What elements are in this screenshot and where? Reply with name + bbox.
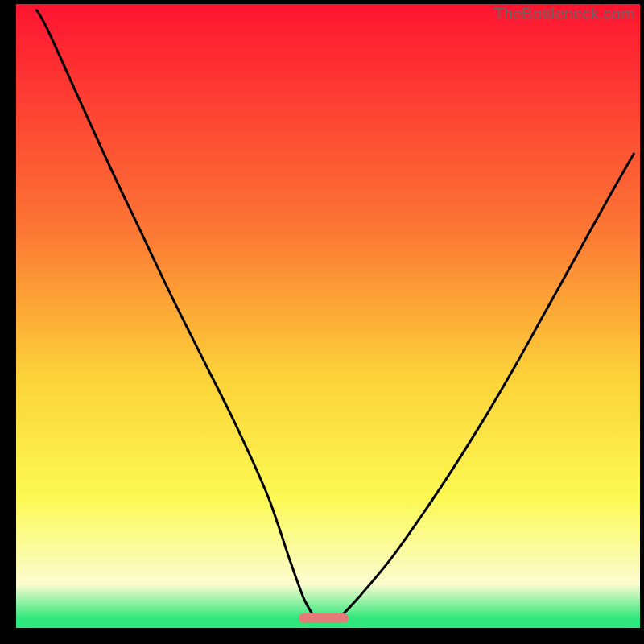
bottleneck-chart [0, 0, 644, 644]
watermark-text: TheBottleneck.com [493, 5, 634, 23]
optimal-range-marker [299, 613, 349, 623]
plot-background [16, 4, 640, 628]
chart-container: TheBottleneck.com [0, 0, 644, 644]
